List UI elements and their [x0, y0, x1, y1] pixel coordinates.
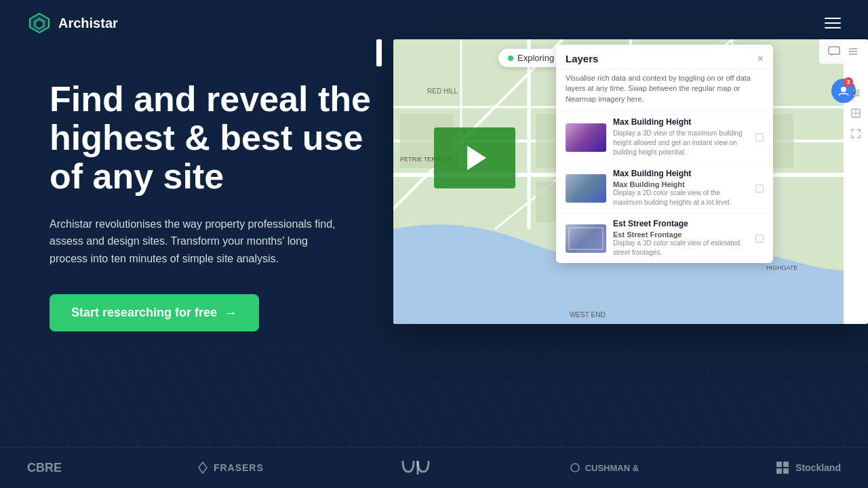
adjust-icon[interactable]	[850, 87, 862, 99]
svg-point-44	[571, 464, 579, 472]
layer-sub-name: Est Street Frontage	[613, 230, 749, 239]
layers-close-button[interactable]: ×	[757, 54, 764, 64]
hero-content: Find and reveal the highest & best use o…	[50, 73, 389, 331]
layer-info: Est Street Frontage Est Street Frontage …	[613, 219, 749, 258]
layers-icon[interactable]	[850, 107, 862, 119]
hero-description: Archistar revolutionises the way propert…	[50, 216, 348, 268]
layer-text: Display a 2D color scale view of the max…	[613, 188, 749, 207]
navbar: Archistar	[0, 0, 868, 46]
layer-info: Max Building Height Display a 3D view of…	[613, 117, 749, 157]
map-toolbar	[819, 39, 868, 64]
svg-text:WEST END: WEST END	[570, 311, 606, 319]
layer-toggle[interactable]	[755, 184, 764, 192]
layer-thumbnail	[566, 174, 606, 203]
hero-section: Find and reveal the highest & best use o…	[0, 46, 868, 331]
comment-icon[interactable]	[827, 45, 841, 58]
cta-label: Start researching for free	[71, 306, 217, 320]
logo-label: Archistar	[58, 16, 118, 31]
badge-count: 3	[844, 77, 853, 87]
svg-point-38	[853, 94, 856, 97]
layer-item: Max Building Height Display a 3D view of…	[556, 111, 773, 163]
svg-point-36	[852, 89, 855, 92]
list-icon[interactable]	[846, 45, 860, 58]
play-icon	[467, 146, 486, 170]
layer-name: Est Street Frontage	[613, 219, 749, 228]
map-right-sidebar: 3	[844, 39, 868, 324]
cta-arrow: →	[224, 305, 237, 321]
frasers-logo: FRASERS	[197, 461, 264, 474]
layers-panel: Layers × Visualise rich data and context…	[556, 45, 773, 263]
logo[interactable]: Archistar	[27, 11, 118, 35]
svg-point-37	[856, 92, 859, 94]
archistar-logo-icon	[27, 11, 52, 35]
hamburger-menu[interactable]	[825, 18, 841, 28]
stockland-logo: Stockland	[775, 460, 841, 475]
exploring-dot	[508, 56, 513, 61]
layer-name: Max Building Height	[613, 117, 749, 127]
svg-rect-48	[783, 468, 789, 474]
layer-toggle[interactable]	[755, 134, 764, 142]
layer-text: Display a 3D color scale view of estimat…	[613, 239, 749, 258]
logos-bar: CBRE FRASERS CUSHMAN & Stockland	[0, 447, 868, 488]
svg-rect-46	[783, 462, 789, 467]
layers-header: Layers ×	[556, 45, 773, 69]
cushman-logo: CUSHMAN &	[570, 463, 639, 473]
layer-item: Max Building Height Max Building Height …	[556, 163, 773, 213]
map-panel: RED HILL PETRIE TERRACE SPRING HILL WEST…	[393, 39, 868, 324]
layer-name: Max Building Height	[613, 169, 749, 178]
svg-rect-45	[776, 462, 782, 467]
layer-text: Display a 3D view of the maximum buildin…	[613, 129, 749, 157]
layer-sub-name: Max Building Height	[613, 180, 749, 188]
svg-text:HIGHGATE: HIGHGATE	[766, 264, 797, 271]
layer-item: Est Street Frontage Est Street Frontage …	[556, 213, 773, 263]
layers-description: Visualise rich data and context by toggl…	[556, 69, 773, 111]
fullscreen-icon[interactable]	[850, 127, 862, 140]
svg-rect-3	[829, 47, 840, 54]
svg-text:RED HILL: RED HILL	[427, 87, 458, 95]
jll-logo	[400, 458, 434, 477]
layer-info: Max Building Height Max Building Height …	[613, 169, 749, 207]
video-play-button[interactable]	[434, 127, 515, 188]
layer-thumbnail	[566, 123, 606, 152]
cta-button[interactable]: Start researching for free →	[50, 294, 259, 331]
layer-toggle[interactable]	[755, 235, 764, 243]
layer-thumbnail	[566, 224, 606, 253]
svg-text:CBRE: CBRE	[27, 461, 61, 474]
background-pattern	[0, 346, 868, 447]
hero-title: Find and reveal the highest & best use o…	[50, 80, 389, 197]
svg-rect-47	[776, 468, 782, 474]
cbre-logo: CBRE	[27, 460, 61, 476]
layers-title: Layers	[566, 53, 598, 64]
svg-point-32	[841, 87, 846, 92]
